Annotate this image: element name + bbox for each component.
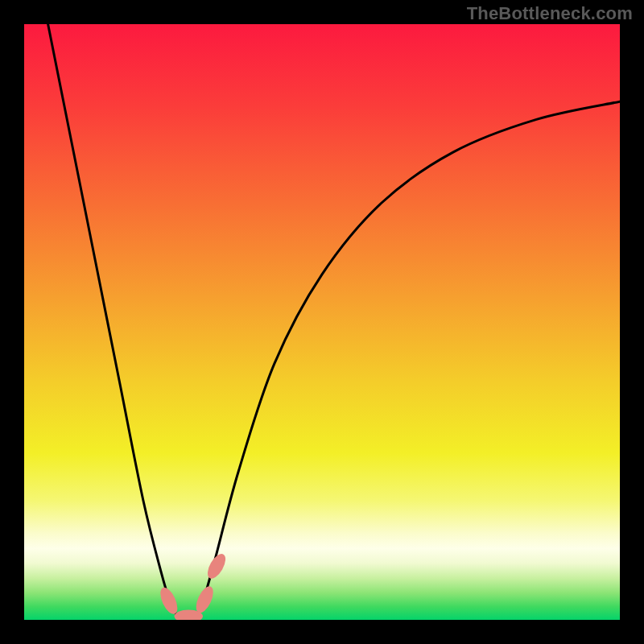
plot-svg <box>24 24 620 620</box>
plot-area <box>24 24 620 620</box>
watermark-text: TheBottleneck.com <box>467 3 633 24</box>
chart-frame: TheBottleneck.com <box>0 0 644 644</box>
gradient-background <box>24 24 620 620</box>
